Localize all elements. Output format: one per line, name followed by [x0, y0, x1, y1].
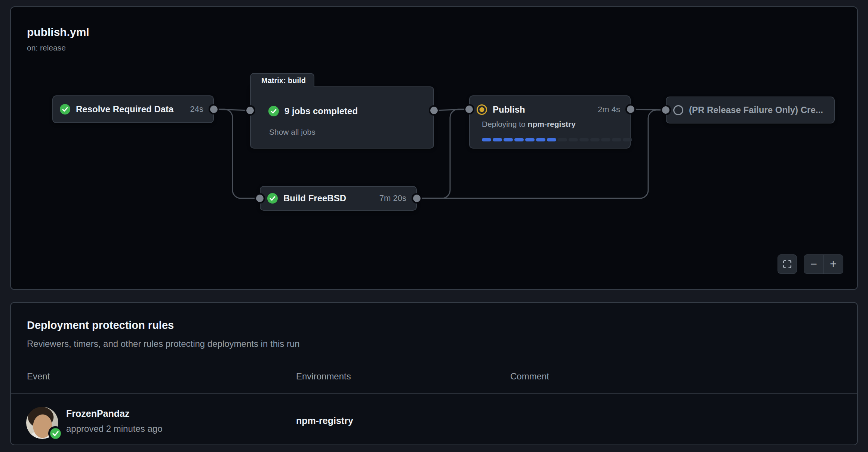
- connector-dot: [430, 107, 438, 114]
- job-duration: 24s: [190, 104, 203, 114]
- zoom-out-button[interactable]: −: [804, 255, 824, 274]
- deployment-protection-rules-panel: Deployment protection rules Reviewers, t…: [10, 302, 858, 445]
- connector-dot: [627, 106, 634, 113]
- matrix-group-tab: Matrix: build: [250, 73, 314, 87]
- job-duration: 7m 20s: [379, 193, 406, 203]
- column-header-comment: Comment: [510, 371, 549, 382]
- workflow-graph-panel: publish.yml on: release Resolve Required…: [10, 6, 858, 290]
- check-circle-icon: [267, 193, 278, 204]
- job-node-resolve-required-data[interactable]: Resolve Required Data 24s: [52, 95, 214, 123]
- zoom-control-group: − +: [804, 254, 843, 274]
- deploy-target-environment: npm-registry: [528, 120, 576, 128]
- fullscreen-icon: [782, 259, 792, 269]
- connector-dot: [256, 195, 264, 202]
- connector-dot: [246, 107, 254, 114]
- job-label: Build FreeBSD: [283, 193, 346, 204]
- pending-circle-icon: [673, 105, 683, 115]
- table-header-divider: [11, 393, 857, 394]
- approved-badge: [48, 426, 62, 440]
- job-label: (PR Release Failure Only) Cre...: [689, 105, 823, 115]
- progress-segment: [514, 138, 524, 141]
- job-node-build-freebsd[interactable]: Build FreeBSD 7m 20s: [260, 186, 417, 211]
- approval-status-text: approved 2 minutes ago: [66, 424, 163, 434]
- job-label: Publish: [493, 104, 525, 115]
- check-circle-icon: [60, 104, 70, 114]
- progress-segment: [579, 138, 589, 141]
- progress-segment: [493, 138, 502, 141]
- matrix-tab-label: Matrix: build: [261, 76, 306, 85]
- column-header-event: Event: [27, 371, 50, 382]
- connector-dot: [210, 106, 218, 113]
- check-circle-icon: [268, 106, 279, 116]
- check-circle-icon: [50, 428, 61, 439]
- progress-segment: [547, 138, 556, 141]
- fullscreen-button[interactable]: [778, 254, 797, 274]
- connector-dot: [662, 106, 670, 114]
- workflow-edges: [11, 7, 857, 289]
- approver-username: FrozenPandaz: [66, 408, 129, 419]
- progress-segment: [525, 138, 535, 141]
- environment-name: npm-registry: [296, 415, 353, 426]
- progress-segment: [482, 138, 491, 141]
- show-all-jobs-link[interactable]: Show all jobs: [269, 128, 316, 137]
- progress-segment: [612, 138, 621, 141]
- progress-segment: [504, 138, 513, 141]
- rules-subtitle: Reviewers, timers, and other rules prote…: [27, 339, 300, 349]
- deploy-status-text: Deploying to npm-registry: [482, 120, 576, 129]
- job-node-pr-release-failure[interactable]: (PR Release Failure Only) Cre...: [666, 97, 835, 123]
- zoom-in-button[interactable]: +: [824, 255, 843, 274]
- matrix-summary: 9 jobs completed: [284, 106, 358, 116]
- connector-dot: [465, 106, 473, 113]
- progress-segment: [536, 138, 545, 141]
- progress-segment: [601, 138, 610, 141]
- job-duration: 2m 4s: [598, 105, 620, 114]
- connector-dot: [413, 195, 421, 202]
- progress-segment: [623, 138, 632, 141]
- job-node-publish[interactable]: Publish 2m 4s Deploying to npm-registry: [469, 95, 631, 149]
- in-progress-icon: [477, 104, 487, 115]
- job-label: Resolve Required Data: [76, 104, 173, 114]
- column-header-environments: Environments: [296, 371, 351, 382]
- publish-progress-bar: [482, 138, 632, 141]
- progress-segment: [569, 138, 578, 141]
- matrix-group-node[interactable]: 9 jobs completed Show all jobs: [250, 86, 434, 149]
- progress-segment: [590, 138, 600, 141]
- rules-title: Deployment protection rules: [27, 319, 174, 332]
- progress-segment: [558, 138, 567, 141]
- deploy-prefix: Deploying to: [482, 120, 528, 128]
